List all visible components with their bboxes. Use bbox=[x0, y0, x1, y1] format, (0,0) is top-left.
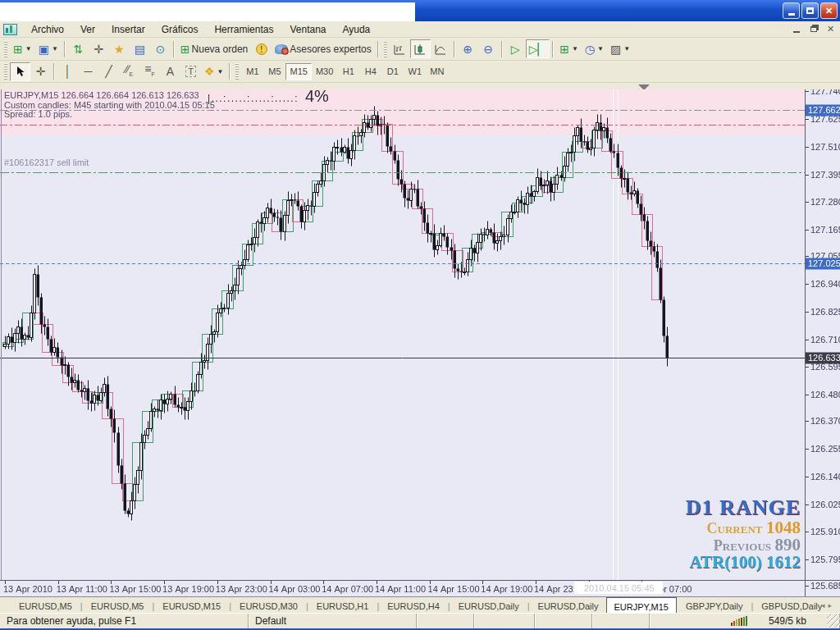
expert-advisors-button[interactable]: Asesores expertos bbox=[272, 39, 374, 58]
window-minimize-button[interactable] bbox=[783, 2, 800, 19]
cursor-button[interactable] bbox=[10, 62, 30, 81]
chart-tab-eurusd-m5[interactable]: EURUSD,M5 bbox=[11, 598, 80, 613]
standard-toolbar: ⊞▼ ▣▼ ⇅ ✛ ★ ▤ ⊙ ⊞ Nueva orden ! Asesores… bbox=[0, 38, 840, 61]
new-order-icon: ⊞ bbox=[180, 43, 190, 55]
auto-scroll-button[interactable]: ▷ bbox=[505, 39, 526, 58]
percent-ruler[interactable]: |...:.....:.....:.....: 4% bbox=[208, 88, 329, 104]
timeframe-button-h4[interactable]: H4 bbox=[359, 63, 381, 80]
chart-shift-button[interactable]: ▷▏ bbox=[526, 39, 550, 58]
timeframe-button-m30[interactable]: M30 bbox=[312, 63, 337, 80]
toolbar-separator bbox=[173, 41, 175, 57]
menu-item-ver[interactable]: Ver bbox=[72, 22, 103, 37]
chart-tab-eurusd-h4[interactable]: EURUSD,H4 bbox=[380, 598, 447, 613]
chart-tab-eurusd-daily[interactable]: EURUSD,Daily bbox=[451, 598, 527, 613]
arrows-icon: ❖ bbox=[204, 66, 215, 77]
timeframe-button-m15[interactable]: M15 bbox=[285, 63, 311, 80]
timeframe-button-mn[interactable]: MN bbox=[426, 63, 448, 80]
zoom-in-button[interactable]: ⊕ bbox=[458, 39, 478, 58]
terminal-button[interactable]: ▤ bbox=[130, 39, 150, 58]
chart-tab-eurusd-daily[interactable]: EURUSD,Daily bbox=[531, 598, 606, 613]
clock-icon: ◷ bbox=[585, 43, 595, 55]
line-chart-button[interactable] bbox=[431, 39, 451, 58]
toolbar-grip[interactable] bbox=[4, 41, 7, 57]
text-button[interactable]: A bbox=[160, 62, 180, 81]
periods-button[interactable]: ◷▼ bbox=[582, 39, 607, 58]
d1-range-title: D1 RANGE bbox=[686, 497, 801, 519]
d1-previous-label: Previous bbox=[714, 537, 771, 554]
profiles-button[interactable]: ▣▼ bbox=[35, 39, 62, 58]
metaeditor-button[interactable]: ! bbox=[251, 39, 272, 58]
strategy-tester-button[interactable]: ⊙ bbox=[150, 39, 171, 58]
zoom-out-button[interactable]: ⊖ bbox=[478, 39, 499, 58]
resize-grip[interactable] bbox=[827, 614, 840, 628]
title-bar: ✕ bbox=[0, 0, 840, 21]
drawing-toolbar: ✛ │ ─ ╱ ∕∕E ≡F A T ❖▼ M1M5M15M30H1H4D1W1… bbox=[0, 61, 840, 83]
arrows-button[interactable]: ❖▼ bbox=[201, 62, 226, 81]
menu-item-ventana[interactable]: Ventana bbox=[281, 22, 334, 37]
auto-scroll-icon: ▷ bbox=[511, 43, 520, 55]
percent-ruler-dots: |...:.....:.....:.....: bbox=[208, 93, 299, 104]
candlestick-chart-button[interactable] bbox=[410, 39, 431, 58]
menu-item-gr-ficos[interactable]: Gráficos bbox=[153, 22, 207, 37]
market-watch-button[interactable]: ⇅ bbox=[68, 39, 89, 58]
horizontal-line-button[interactable]: ─ bbox=[78, 62, 98, 81]
chart-close-button[interactable]: ✕ bbox=[824, 23, 837, 34]
text-label-button[interactable]: T bbox=[180, 62, 201, 81]
channel-icon: ∕∕E bbox=[126, 63, 133, 80]
menu-item-archivo[interactable]: Archivo bbox=[23, 22, 72, 37]
status-connection: 549/5 kb bbox=[650, 614, 840, 628]
profiles-icon: ▣ bbox=[39, 43, 49, 55]
chart-tab-gbpjpy-daily[interactable]: GBPJPY,Daily bbox=[678, 598, 751, 613]
window-close-button[interactable]: ✕ bbox=[820, 2, 838, 19]
data-window-button[interactable]: ✛ bbox=[89, 39, 109, 58]
toolbar-grip[interactable] bbox=[235, 63, 239, 80]
sell-limit-order-label: #106162317 sell limit bbox=[4, 158, 89, 167]
toolbar-grip[interactable] bbox=[4, 63, 7, 80]
timeframe-button-h1[interactable]: H1 bbox=[337, 63, 359, 80]
chevron-down-icon: ▼ bbox=[52, 45, 58, 52]
equidistant-channel-button[interactable]: ∕∕E bbox=[119, 62, 139, 81]
templates-button[interactable]: ▨▼ bbox=[607, 39, 633, 58]
tab-scroll-arrows[interactable]: ◂▸ bbox=[821, 601, 835, 609]
chart-tab-eurusd-m15[interactable]: EURUSD,M15 bbox=[155, 598, 228, 613]
navigator-button[interactable]: ★ bbox=[109, 39, 130, 58]
chart-minimize-button[interactable] bbox=[790, 23, 802, 34]
indicators-button[interactable]: ⊞▼ bbox=[556, 39, 582, 58]
bar-chart-button[interactable] bbox=[390, 39, 410, 58]
chart-ohlc-line: EURJPY,M15 126.664 126.664 126.613 126.6… bbox=[4, 91, 215, 101]
indicators-icon: ⊞ bbox=[559, 43, 569, 55]
d1-atr-label: ATR(100) bbox=[689, 552, 761, 572]
timeframe-button-m5[interactable]: M5 bbox=[263, 63, 285, 80]
expert-advisors-label: Asesores expertos bbox=[290, 43, 371, 55]
chart-tab-eurusd-m30[interactable]: EURUSD,M30 bbox=[232, 598, 305, 613]
trendline-button[interactable]: ╱ bbox=[98, 62, 119, 81]
chart-window: EURJPY,M15 126.664 126.664 126.613 126.6… bbox=[0, 83, 840, 596]
status-cell-empty bbox=[592, 614, 650, 628]
candlestick-chart-icon bbox=[413, 43, 427, 56]
chart-tab-gbpusd-daily[interactable]: GBPUSD,Daily bbox=[754, 598, 829, 613]
new-order-button[interactable]: ⊞ Nueva orden bbox=[177, 39, 251, 58]
new-chart-button[interactable]: ⊞▼ bbox=[10, 39, 35, 58]
menu-item-ayuda[interactable]: Ayuda bbox=[334, 22, 378, 37]
timeframe-button-d1[interactable]: D1 bbox=[381, 63, 404, 80]
chart-info: EURJPY,M15 126.664 126.664 126.613 126.6… bbox=[4, 91, 215, 120]
template-icon: ▨ bbox=[610, 43, 621, 55]
toolbar-grip[interactable] bbox=[384, 41, 387, 57]
crosshair-icon: ✛ bbox=[36, 66, 46, 77]
horizontal-line-icon: ─ bbox=[84, 66, 93, 77]
status-cell-empty bbox=[417, 614, 474, 628]
chart-tab-eurusd-h1[interactable]: EURUSD,H1 bbox=[309, 598, 377, 613]
chart-restore-button[interactable] bbox=[807, 23, 819, 34]
crosshair-button[interactable]: ✛ bbox=[30, 62, 51, 81]
menu-item-insertar[interactable]: Insertar bbox=[103, 22, 153, 37]
menu-item-herramientas[interactable]: Herramientas bbox=[206, 22, 281, 37]
chart-tab-eurusd-m5[interactable]: EURUSD,M5 bbox=[84, 598, 152, 613]
d1-previous-value: 890 bbox=[775, 535, 801, 555]
timeframe-button-w1[interactable]: W1 bbox=[404, 63, 426, 80]
chart-tab-eurjpy-m15-active[interactable]: EURJPY,M15 bbox=[606, 597, 677, 614]
timeframe-button-m1[interactable]: M1 bbox=[241, 63, 263, 80]
vertical-line-button[interactable]: │ bbox=[57, 62, 78, 81]
status-profile[interactable]: Default bbox=[249, 614, 417, 628]
fibonacci-button[interactable]: ≡F bbox=[139, 62, 160, 81]
window-maximize-button[interactable] bbox=[801, 2, 819, 19]
